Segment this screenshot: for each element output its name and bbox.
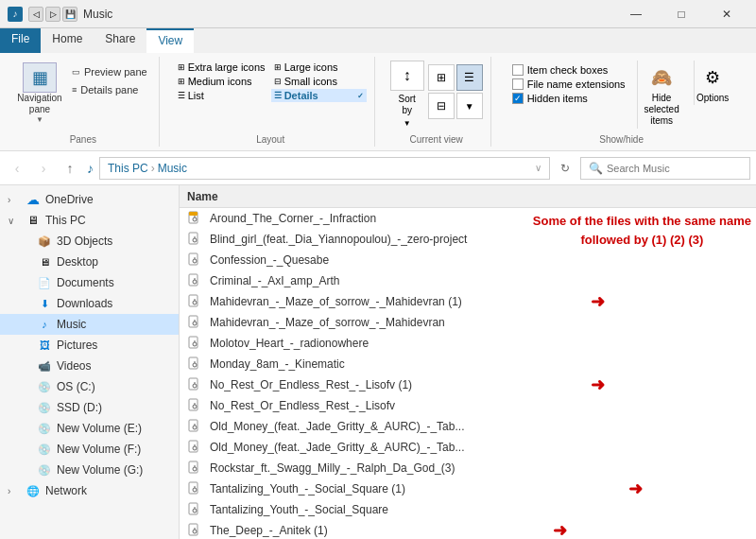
layout-medium[interactable]: ⊞ Medium icons (175, 75, 270, 88)
details-layout-icon: ☰ (274, 91, 282, 100)
up-button[interactable]: ↑ (59, 157, 81, 180)
downloads-icon: ⬇ (36, 296, 53, 311)
list-item[interactable]: Blind_girl_(feat._Dia_Yiannopoulou)_-_ze… (180, 229, 756, 250)
layout-group: ⊞ Extra large icons ⊞ Large icons ⊞ Medi… (167, 57, 375, 147)
layout-options: ⊞ Extra large icons ⊞ Large icons ⊞ Medi… (175, 61, 367, 102)
minimize-button[interactable]: — (614, 0, 658, 28)
tree-item-onedrive[interactable]: › ☁ OneDrive (0, 189, 179, 210)
options-button[interactable]: ⚙ Options (694, 61, 731, 105)
refresh-button[interactable]: ↻ (554, 157, 576, 180)
layout-small[interactable]: ⊟ Small icons (271, 75, 367, 88)
search-input[interactable] (607, 163, 742, 174)
large-icon: ⊞ (274, 62, 282, 72)
tree-item-ssdd[interactable]: 💿 SSD (D:) (0, 397, 179, 418)
file-list-header[interactable]: Name (180, 185, 756, 208)
path-dropdown-arrow[interactable]: ∨ (535, 163, 541, 173)
layout-group-label: Layout (256, 132, 284, 147)
hide-selected-button[interactable]: 🙈 Hide selecteditems (637, 61, 686, 129)
showhide-content: Item check boxes File name extensions Hi… (512, 57, 731, 132)
nav-tree: › ☁ OneDrive ∨ 🖥 This PC 📦 3D Objects 🖥 … (0, 185, 180, 539)
documents-label: Documents (57, 276, 114, 289)
layout-large[interactable]: ⊞ Large icons (271, 61, 367, 74)
music-label: Music (57, 318, 86, 331)
layout-extralarge[interactable]: ⊞ Extra large icons (175, 61, 270, 74)
view-btn-row1: ⊞ ☰ (428, 64, 483, 91)
preview-pane-button[interactable]: ▭ Preview pane (68, 64, 151, 79)
tab-file[interactable]: File (0, 28, 41, 53)
tree-item-thispc[interactable]: ∨ 🖥 This PC (0, 210, 179, 231)
path-music: Music (158, 162, 187, 175)
list-item[interactable]: No_Rest_Or_Endless_Rest_-_Lisofv (1) ➜ (180, 374, 756, 395)
list-item[interactable]: Around_The_Corner_-_Infraction (180, 208, 756, 229)
details-pane-button[interactable]: ≡ Details pane (68, 82, 151, 97)
network-expand: › (8, 486, 21, 496)
tree-item-music[interactable]: ♪ Music (0, 314, 179, 335)
file-name-extensions-toggle[interactable]: File name extensions (512, 78, 626, 90)
layout-details[interactable]: ☰ Details ✓ (271, 89, 367, 102)
view-btn-4[interactable]: ▼ (456, 93, 483, 119)
arrow-indicator: ➜ (553, 520, 567, 539)
tree-item-desktop[interactable]: 🖥 Desktop (0, 252, 179, 272)
tree-item-osc[interactable]: 💿 OS (C:) (0, 376, 179, 397)
quick-access-save[interactable]: 💾 (62, 7, 77, 22)
ribbon-tab-bar: File Home Share View (0, 28, 756, 53)
list-item[interactable]: Mahidevran_-_Maze_of_sorrow_-_Mahidevran (180, 312, 756, 333)
quick-access-icon[interactable]: ◁ (28, 7, 43, 22)
preview-icon: ▭ (72, 67, 80, 77)
quick-access-icon2[interactable]: ▷ (45, 7, 60, 22)
list-item[interactable]: No_Rest_Or_Endless_Rest_-_Lisofv (180, 395, 756, 416)
list-item[interactable]: Confession_-_Quesabe (180, 250, 756, 270)
extralarge-label: Extra large icons (188, 61, 266, 73)
back-button[interactable]: ‹ (6, 157, 28, 180)
tree-item-network[interactable]: › 🌐 Network (0, 480, 179, 501)
search-box[interactable]: 🔍 (580, 157, 750, 180)
tree-item-downloads[interactable]: ⬇ Downloads (0, 293, 179, 314)
file-name: Tantalizing_Youth_-_Social_Square (210, 503, 388, 516)
list-item[interactable]: Rockstar_ft._Swagg_Milly_-_Ralph_Da_God_… (180, 458, 756, 478)
maximize-button[interactable]: □ (660, 0, 703, 28)
list-item[interactable]: The_Deep_-_Anitek (1) ➜ (180, 520, 756, 539)
tab-share[interactable]: Share (94, 28, 146, 53)
file-icon (187, 440, 202, 455)
sort-by-btn[interactable]: ↕ Sortby ▼ (390, 61, 424, 128)
tree-item-newe[interactable]: 💿 New Volume (E:) (0, 418, 179, 439)
tab-home[interactable]: Home (41, 28, 94, 53)
tree-item-newg[interactable]: 💿 New Volume (G:) (0, 460, 179, 480)
list-item[interactable]: Old_Money_(feat._Jade_Gritty_&_AURC)_-_T… (180, 437, 756, 458)
file-icon (187, 377, 202, 392)
layout-list[interactable]: ☰ List (175, 89, 270, 102)
list-item[interactable]: Criminal_-_AxI_amp_Arth (180, 270, 756, 291)
file-icon (187, 461, 202, 476)
list-item[interactable]: Monday_8am_-_Kinematic (180, 354, 756, 374)
tree-item-pictures[interactable]: 🖼 Pictures (0, 335, 179, 356)
item-check-boxes-toggle[interactable]: Item check boxes (512, 64, 626, 76)
forward-button[interactable]: › (32, 157, 55, 180)
tab-view[interactable]: View (146, 28, 194, 53)
list-item[interactable]: Molotov_Heart_-_radionowhere (180, 333, 756, 354)
tree-item-newf[interactable]: 💿 New Volume (F:) (0, 439, 179, 460)
navigation-pane-button[interactable]: ▦ Navigationpane ▼ (15, 61, 64, 126)
file-icon (187, 232, 202, 247)
list-item[interactable]: Tantalizing_Youth_-_Social_Square (180, 499, 756, 520)
thispc-label: This PC (45, 214, 86, 227)
tree-item-documents[interactable]: 📄 Documents (0, 272, 179, 293)
close-button[interactable]: ✕ (705, 0, 748, 28)
view-btn-2[interactable]: ☰ (456, 64, 483, 91)
tree-item-3dobjects[interactable]: 📦 3D Objects (0, 231, 179, 252)
title-bar: ♪ ◁ ▷ 💾 Music — □ ✕ (0, 0, 756, 28)
hidden-items-toggle[interactable]: Hidden items (512, 93, 626, 104)
list-item[interactable]: Mahidevran_-_Maze_of_sorrow_-_Mahidevran… (180, 291, 756, 312)
file-icon (187, 481, 202, 496)
view-btn-3[interactable]: ⊟ (428, 93, 455, 119)
list-item[interactable]: Old_Money_(feat._Jade_Gritty_&_AURC)_-_T… (180, 416, 756, 437)
arrow-indicator: ➜ (591, 374, 605, 395)
tree-item-videos[interactable]: 📹 Videos (0, 356, 179, 376)
view-btn-1[interactable]: ⊞ (428, 64, 455, 91)
file-name: Old_Money_(feat._Jade_Gritty_&_AURC)_-_T… (210, 441, 464, 454)
thispc-icon: 🖥 (25, 213, 42, 228)
newf-label: New Volume (F:) (57, 443, 141, 456)
address-path[interactable]: This PC › Music ∨ (99, 157, 550, 180)
list-item[interactable]: Tantalizing_Youth_-_Social_Square (1) ➜ (180, 478, 756, 499)
file-name: Blind_girl_(feat._Dia_Yiannopoulou)_-_ze… (210, 233, 467, 246)
newe-icon: 💿 (36, 421, 53, 436)
